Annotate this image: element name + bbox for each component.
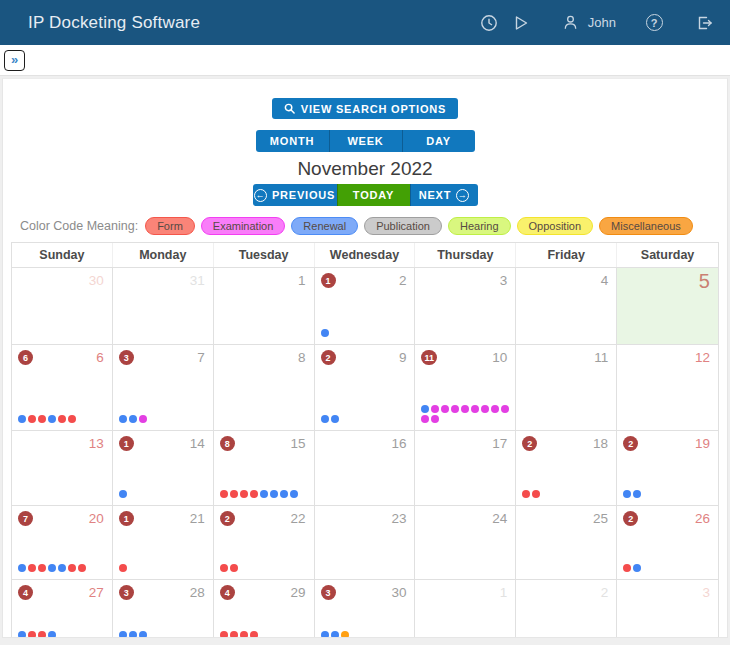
event-dot-magenta[interactable] <box>431 405 439 413</box>
calendar-cell-29[interactable]: 294 <box>214 580 315 638</box>
event-dot-magenta[interactable] <box>441 405 449 413</box>
event-count-badge[interactable]: 2 <box>623 436 638 451</box>
calendar-cell-30[interactable]: 303 <box>315 580 416 638</box>
event-count-badge[interactable]: 1 <box>119 436 134 451</box>
event-dot-red[interactable] <box>119 564 127 572</box>
event-dot-red[interactable] <box>38 415 46 423</box>
event-count-badge[interactable]: 6 <box>18 350 33 365</box>
event-dot-blue[interactable] <box>18 631 26 638</box>
event-count-badge[interactable]: 8 <box>220 436 235 451</box>
calendar-cell-13[interactable]: 13 <box>12 431 113 506</box>
event-dot-blue[interactable] <box>48 415 56 423</box>
event-dot-blue[interactable] <box>119 415 127 423</box>
calendar-cell-25[interactable]: 25 <box>516 506 617 580</box>
calendar-cell-16[interactable]: 16 <box>315 431 416 506</box>
event-count-badge[interactable]: 1 <box>119 511 134 526</box>
event-dot-blue[interactable] <box>129 415 137 423</box>
event-count-badge[interactable]: 3 <box>119 585 134 600</box>
event-dot-magenta[interactable] <box>471 405 479 413</box>
event-dot-red[interactable] <box>230 631 238 638</box>
calendar-cell-11[interactable]: 11 <box>516 345 617 431</box>
calendar-cell-22[interactable]: 222 <box>214 506 315 580</box>
calendar-cell-28[interactable]: 283 <box>113 580 214 638</box>
event-dot-red[interactable] <box>532 490 540 498</box>
today-button[interactable]: TODAY <box>337 184 410 206</box>
event-dot-red[interactable] <box>28 415 36 423</box>
event-dot-blue[interactable] <box>633 490 641 498</box>
calendar-cell-18[interactable]: 182 <box>516 431 617 506</box>
help-icon[interactable]: ? <box>642 11 666 35</box>
event-dot-magenta[interactable] <box>421 415 429 423</box>
event-dot-red[interactable] <box>38 631 46 638</box>
calendar-cell-21[interactable]: 211 <box>113 506 214 580</box>
event-dot-blue[interactable] <box>421 405 429 413</box>
event-dot-red[interactable] <box>230 490 238 498</box>
calendar-cell-31-other[interactable]: 31 <box>113 268 214 345</box>
event-count-badge[interactable]: 2 <box>220 511 235 526</box>
event-dot-red[interactable] <box>220 564 228 572</box>
calendar-cell-6[interactable]: 66 <box>12 345 113 431</box>
calendar-cell-3[interactable]: 3 <box>415 268 516 345</box>
event-dot-blue[interactable] <box>623 490 631 498</box>
user-menu[interactable]: John <box>559 11 616 35</box>
event-dot-red[interactable] <box>68 564 76 572</box>
event-dot-red[interactable] <box>240 490 248 498</box>
calendar-cell-7[interactable]: 73 <box>113 345 214 431</box>
event-dot-blue[interactable] <box>321 329 329 337</box>
event-dot-blue[interactable] <box>48 631 56 638</box>
event-dot-blue[interactable] <box>18 564 26 572</box>
event-dot-blue[interactable] <box>139 631 147 638</box>
calendar-cell-12[interactable]: 12 <box>617 345 718 431</box>
calendar-cell-1-other[interactable]: 1 <box>415 580 516 638</box>
event-dot-magenta[interactable] <box>461 405 469 413</box>
event-dot-red[interactable] <box>220 490 228 498</box>
event-count-badge[interactable]: 7 <box>18 511 33 526</box>
event-dot-blue[interactable] <box>270 490 278 498</box>
event-dot-blue[interactable] <box>18 415 26 423</box>
event-dot-red[interactable] <box>68 415 76 423</box>
event-count-badge[interactable]: 1 <box>321 273 336 288</box>
clock-icon[interactable] <box>477 11 501 35</box>
event-count-badge[interactable]: 2 <box>522 436 537 451</box>
event-count-badge[interactable]: 11 <box>421 350 437 365</box>
event-dot-red[interactable] <box>250 490 258 498</box>
calendar-cell-3-other[interactable]: 3 <box>617 580 718 638</box>
calendar-cell-19[interactable]: 192 <box>617 431 718 506</box>
calendar-cell-2[interactable]: 21 <box>315 268 416 345</box>
calendar-cell-30-other[interactable]: 30 <box>12 268 113 345</box>
event-count-badge[interactable]: 3 <box>119 350 134 365</box>
event-dot-magenta[interactable] <box>451 405 459 413</box>
calendar-cell-14[interactable]: 141 <box>113 431 214 506</box>
event-dot-red[interactable] <box>38 564 46 572</box>
logout-icon[interactable] <box>692 11 716 35</box>
calendar-cell-5[interactable]: 5 <box>617 268 718 345</box>
calendar-cell-15[interactable]: 158 <box>214 431 315 506</box>
event-dot-red[interactable] <box>250 631 258 638</box>
previous-button[interactable]: ← PREVIOUS <box>253 184 337 206</box>
event-dot-blue[interactable] <box>280 490 288 498</box>
month-view-button[interactable]: MONTH <box>256 130 329 152</box>
event-dot-red[interactable] <box>28 631 36 638</box>
event-dot-magenta[interactable] <box>491 405 499 413</box>
event-dot-blue[interactable] <box>48 564 56 572</box>
calendar-cell-26[interactable]: 262 <box>617 506 718 580</box>
event-dot-blue[interactable] <box>633 564 641 572</box>
event-dot-blue[interactable] <box>58 564 66 572</box>
event-count-badge[interactable]: 2 <box>321 350 336 365</box>
event-dot-blue[interactable] <box>119 631 127 638</box>
event-dot-red[interactable] <box>240 631 248 638</box>
calendar-cell-24[interactable]: 24 <box>415 506 516 580</box>
event-dot-red[interactable] <box>28 564 36 572</box>
week-view-button[interactable]: WEEK <box>329 130 402 152</box>
event-dot-blue[interactable] <box>290 490 298 498</box>
calendar-cell-23[interactable]: 23 <box>315 506 416 580</box>
day-view-button[interactable]: DAY <box>402 130 475 152</box>
event-count-badge[interactable]: 4 <box>18 585 33 600</box>
event-dot-magenta[interactable] <box>431 415 439 423</box>
calendar-cell-1[interactable]: 1 <box>214 268 315 345</box>
calendar-cell-4[interactable]: 4 <box>516 268 617 345</box>
event-dot-orange[interactable] <box>341 631 349 638</box>
event-dot-blue[interactable] <box>260 490 268 498</box>
event-count-badge[interactable]: 3 <box>321 585 336 600</box>
event-dot-magenta[interactable] <box>501 405 509 413</box>
